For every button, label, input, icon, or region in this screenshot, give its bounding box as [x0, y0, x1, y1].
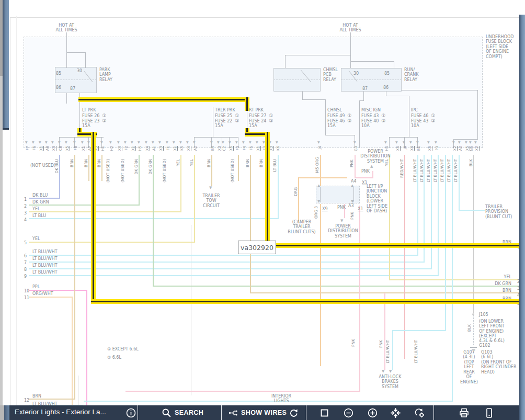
bottom-left-blue: [4, 405, 9, 420]
wire-segment[interactable]: [29, 268, 432, 269]
fuse-note-2-icon: ②: [381, 118, 385, 123]
wire-row-color: ORG/WHT: [32, 291, 53, 296]
show-wires-button[interactable]: SHOW WIRES: [241, 409, 287, 416]
wire-segment[interactable]: [101, 155, 102, 181]
wire-segment[interactable]: [355, 155, 356, 178]
zoom-in-icon[interactable]: [367, 407, 378, 418]
schematic-line: [394, 61, 394, 68]
wire-segment[interactable]: [298, 177, 347, 178]
schematic-line: [85, 52, 86, 68]
pin-arrow-icon: ▼: [427, 140, 430, 144]
wire-segment[interactable]: [29, 262, 425, 263]
wire-segment[interactable]: [59, 155, 60, 199]
pin-arrow-icon: ▼: [416, 140, 419, 144]
wire-segment[interactable]: [404, 155, 405, 359]
schematic-line: [409, 107, 409, 128]
wire-color-label: LT BLU/WHT: [440, 159, 444, 183]
wire-segment[interactable]: [320, 204, 321, 366]
wire-segment[interactable]: [417, 155, 418, 256]
fit-screen-icon[interactable]: [390, 407, 401, 418]
wire-segment[interactable]: [180, 155, 181, 212]
diagram-label: (ON LOWER LEFT FRONT OF ENGINE): [479, 319, 505, 334]
pin-arrow-icon: ▼: [317, 140, 320, 144]
show-wires-icon[interactable]: [228, 407, 239, 418]
schematic-line: [302, 92, 303, 100]
wire-segment[interactable]: [278, 155, 279, 219]
wire-segment[interactable]: [389, 155, 390, 280]
diagram-label: 30: [353, 71, 359, 76]
wire-id-tooltip: va302920: [238, 241, 276, 254]
wire-segment[interactable]: [84, 401, 453, 402]
wire-segment[interactable]: [459, 210, 485, 211]
pin-label: A1: [152, 146, 156, 151]
wire-segment[interactable]: [139, 155, 140, 206]
wire-segment[interactable]: [250, 155, 251, 293]
schematic-line: [191, 225, 191, 395]
wire-row-color: DK GRN: [32, 200, 49, 205]
wire-segment[interactable]: [153, 286, 519, 287]
wire-segment[interactable]: [438, 155, 439, 276]
highlighted-wire[interactable]: [245, 97, 249, 111]
wire-segment[interactable]: [125, 391, 359, 392]
print-icon[interactable]: [458, 407, 470, 419]
pin-arrow-icon: ▼: [193, 140, 196, 144]
wire-color-label: BRN: [70, 159, 74, 167]
refresh-icon[interactable]: [288, 407, 299, 418]
pin-arrow-icon: ▼: [458, 140, 461, 144]
wire-segment[interactable]: [153, 155, 154, 287]
fuse-block: IPC FUSE 46① FUSE 43② 10A: [411, 108, 448, 129]
wire-segment[interactable]: [452, 155, 453, 401]
wire-segment[interactable]: [86, 290, 87, 405]
schematic-line: [325, 135, 355, 135]
wire-color-label: PNK: [350, 212, 355, 220]
fuse-id-1: FUSE 49: [327, 113, 345, 118]
wire-color-label: YEL: [384, 159, 389, 166]
wire-segment[interactable]: [298, 177, 299, 223]
highlighted-wire[interactable]: [91, 299, 519, 304]
pin-arrow-icon: ▼: [45, 140, 48, 144]
highlighted-wire[interactable]: [265, 243, 519, 248]
pin-label: X5: [428, 146, 432, 151]
rotate-icon[interactable]: [414, 407, 425, 418]
wire-segment[interactable]: [392, 330, 446, 331]
highlighted-wire[interactable]: [91, 132, 96, 304]
diagram-label: TRAILER TOW CIRCUIT: [202, 194, 220, 208]
search-button[interactable]: SEARCH: [175, 409, 203, 416]
pin-label: H5: [138, 146, 142, 151]
info-icon[interactable]: [125, 407, 136, 418]
pin-arrow-icon: ▼: [262, 140, 265, 144]
wire-segment[interactable]: [392, 330, 393, 370]
schematic-line: [363, 92, 364, 101]
wire-segment[interactable]: [194, 155, 195, 243]
diagram-title[interactable]: Exterior Lights - Exterior La...: [15, 408, 106, 416]
wire-segment[interactable]: [372, 171, 373, 177]
search-icon[interactable]: [161, 407, 172, 418]
pin-arrow-icon: ▼: [131, 140, 133, 144]
right-window-strip: [519, 15, 525, 420]
fit-page-icon[interactable]: [319, 407, 330, 418]
schematic-line: [325, 99, 326, 107]
wire-segment[interactable]: [72, 297, 73, 405]
wire-segment[interactable]: [88, 155, 89, 181]
wire-segment[interactable]: [238, 155, 239, 181]
wire-segment[interactable]: [431, 155, 432, 269]
wire-segment[interactable]: [459, 155, 460, 211]
wire-segment[interactable]: [29, 275, 439, 276]
schematic-line: [273, 80, 321, 80]
schematic-line: [194, 137, 238, 138]
highlighted-wire[interactable]: [78, 97, 249, 102]
wire-color-label: YEL: [176, 159, 180, 166]
zoom-out-icon[interactable]: [343, 407, 354, 418]
diagram-label: RUN/ CRANK RELAY: [404, 67, 419, 82]
fuse-id-1: FUSE 43: [361, 113, 379, 118]
pin-label: X4: [410, 146, 414, 151]
wire-segment[interactable]: [320, 155, 321, 186]
wire-segment[interactable]: [211, 155, 212, 186]
fuse-note-2-icon: ②: [102, 118, 106, 123]
pin-label: X5: [65, 146, 70, 151]
wire-segment[interactable]: [359, 206, 360, 392]
highlighted-wire[interactable]: [265, 132, 270, 248]
wire-segment[interactable]: [355, 177, 373, 178]
save-to-device-icon[interactable]: [483, 407, 495, 419]
wire-color-label: BLK: [469, 159, 473, 166]
